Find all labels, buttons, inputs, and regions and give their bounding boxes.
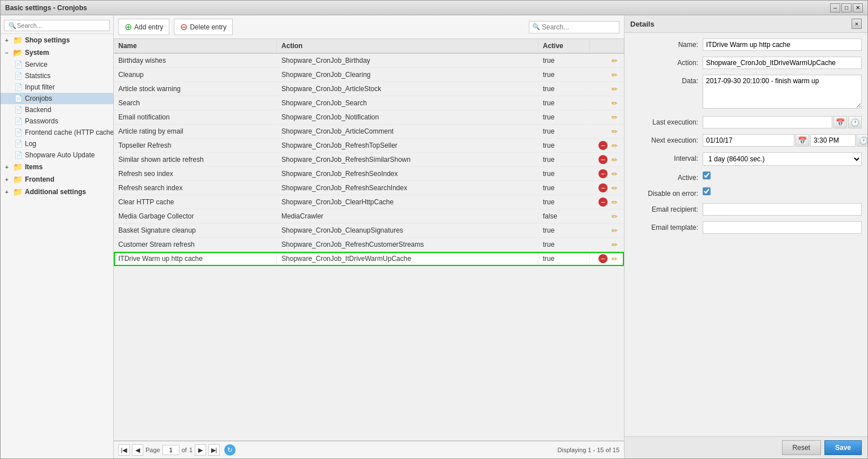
edit-row-button[interactable]: ✏ (610, 84, 619, 93)
sidebar-item-backend[interactable]: 📄 Backend (1, 104, 113, 115)
sidebar-item-log[interactable]: 📄 Log (1, 138, 113, 149)
action-input[interactable] (703, 57, 862, 69)
edit-row-button[interactable]: ✏ (610, 56, 619, 65)
edit-row-button[interactable]: ✏ (610, 254, 619, 263)
minimize-button[interactable]: – (830, 3, 840, 12)
sidebar-item-system[interactable]: – 📂 System (1, 46, 113, 59)
table-row[interactable]: CleanupShopware_CronJob_Clearingtrue✏ (114, 68, 624, 82)
remove-row-button[interactable]: – (598, 141, 608, 150)
add-entry-button[interactable]: ⊕ Add entry (118, 19, 169, 35)
sidebar-item-additional-settings[interactable]: + 📁 Additional settings (1, 186, 113, 198)
table-row[interactable]: ITDrive Warm up http cacheShopware_CronJ… (114, 252, 624, 266)
refresh-button[interactable]: ↻ (224, 444, 236, 456)
table-row[interactable]: Email notificationShopware_CronJob_Notif… (114, 110, 624, 125)
email-recipient-input[interactable] (703, 203, 862, 216)
table-row[interactable]: Article stock warningShopware_CronJob_Ar… (114, 82, 624, 96)
edit-row-button[interactable]: ✏ (610, 70, 619, 79)
sidebar-item-frontend-cache[interactable]: 📄 Frontend cache (HTTP cache) (1, 127, 113, 138)
prev-page-button[interactable]: ◀ (132, 444, 143, 456)
email-recipient-field (703, 203, 862, 216)
table-row[interactable]: SearchShopware_CronJob_Searchtrue✏ (114, 96, 624, 110)
file-icon-log: 📄 (14, 140, 23, 148)
delete-entry-button[interactable]: ⊖ Delete entry (174, 19, 233, 35)
sidebar-item-cronjobs[interactable]: 📄 Cronjobs (1, 93, 113, 104)
table-row[interactable]: Topseller RefreshShopware_CronJob_Refres… (114, 139, 624, 153)
disable-on-error-checkbox[interactable] (703, 187, 711, 195)
edit-row-button[interactable]: ✏ (610, 127, 619, 136)
table-row[interactable]: Similar shown article refreshShopware_Cr… (114, 153, 624, 167)
next-execution-calendar-button[interactable]: 📅 (796, 134, 809, 147)
remove-row-button[interactable]: – (598, 183, 608, 192)
next-page-button[interactable]: ▶ (195, 444, 206, 456)
table-row[interactable]: Birthday wishesShopware_CronJob_Birthday… (114, 53, 624, 68)
remove-row-button[interactable]: – (598, 254, 608, 263)
sidebar-item-statistics[interactable]: 📄 Statstics (1, 70, 113, 81)
cell-name: Similar shown article refresh (114, 153, 277, 167)
remove-row-button[interactable]: – (598, 155, 608, 164)
data-textarea[interactable]: 2017-09-30 20:10:00 - finish warm up (703, 75, 862, 109)
last-page-button[interactable]: ▶| (208, 444, 220, 456)
last-execution-clock-button[interactable]: 🕐 (848, 116, 862, 128)
name-input[interactable] (703, 38, 862, 51)
reset-button[interactable]: Reset (782, 440, 821, 455)
sidebar-label-additional-settings: Additional settings (25, 188, 86, 196)
sidebar-item-shop-settings[interactable]: + 📁 Shop settings (1, 34, 113, 46)
edit-row-button[interactable]: ✏ (610, 169, 619, 178)
sidebar-item-shopware-auto-update[interactable]: 📄 Shopware Auto Update (1, 149, 113, 161)
first-page-button[interactable]: |◀ (118, 444, 130, 456)
details-panel: Details × Name: Action: (624, 15, 867, 458)
sidebar-label-items: Items (25, 163, 42, 171)
page-input[interactable] (163, 445, 179, 455)
sidebar-search-input[interactable] (4, 20, 110, 31)
delete-icon: ⊖ (180, 22, 187, 32)
edit-row-button[interactable]: ✏ (610, 198, 619, 207)
sidebar-item-service[interactable]: 📄 Service (1, 59, 113, 70)
sidebar-search-wrapper: 🔍 (4, 20, 110, 31)
sidebar-item-passwords[interactable]: 📄 Passwords (1, 115, 113, 127)
table-row[interactable]: Refresh search indexShopware_CronJob_Ref… (114, 181, 624, 195)
interval-select[interactable]: 1 day (86400 sec.) (703, 152, 862, 166)
next-execution-date-input[interactable] (703, 134, 794, 147)
sidebar-label-frontend-cache: Frontend cache (HTTP cache) (25, 128, 114, 136)
edit-row-button[interactable]: ✏ (610, 212, 619, 221)
sidebar-item-items[interactable]: + 📁 Items (1, 161, 113, 173)
edit-row-button[interactable]: ✏ (610, 226, 619, 235)
next-execution-time-input[interactable] (810, 134, 856, 147)
cell-action: Shopware_CronJob_CleanupSignatures (277, 224, 538, 238)
edit-row-button[interactable]: ✏ (610, 240, 619, 249)
last-execution-input[interactable] (703, 116, 832, 128)
table-row[interactable]: Customer Stream refreshShopware_CronJob_… (114, 238, 624, 252)
edit-row-button[interactable]: ✏ (610, 155, 619, 164)
details-footer: Reset Save (625, 436, 867, 458)
maximize-button[interactable]: □ (841, 3, 852, 12)
close-button[interactable]: ✕ (853, 3, 863, 12)
table-row[interactable]: Refresh seo indexShopware_CronJob_Refres… (114, 167, 624, 181)
edit-row-button[interactable]: ✏ (610, 141, 619, 150)
edit-row-button[interactable]: ✏ (610, 183, 619, 192)
table-row[interactable]: Media Garbage CollectorMediaCrawlerfalse… (114, 209, 624, 224)
next-execution-clock-button[interactable]: 🕐 (857, 134, 867, 147)
col-actions (590, 39, 624, 53)
cell-action: Shopware_CronJob_Birthday (277, 53, 538, 68)
table-header-row: Name Action Active (114, 39, 624, 53)
remove-row-button[interactable]: – (598, 198, 608, 207)
cell-row-actions: ✏ (590, 125, 624, 139)
sidebar-item-frontend[interactable]: + 📁 Frontend (1, 173, 113, 186)
table-row[interactable]: Article rating by emailShopware_CronJob_… (114, 125, 624, 139)
remove-row-button[interactable]: – (598, 169, 608, 178)
save-button[interactable]: Save (824, 440, 862, 455)
sidebar-item-input-filter[interactable]: 📄 Input filter (1, 81, 113, 93)
table-row[interactable]: Basket Signature cleanupShopware_CronJob… (114, 224, 624, 238)
toolbar-search-input[interactable] (529, 21, 619, 33)
toolbar-search-icon: 🔍 (532, 23, 540, 31)
edit-row-button[interactable]: ✏ (610, 113, 619, 122)
active-checkbox[interactable] (703, 171, 711, 179)
email-template-input[interactable] (703, 221, 862, 234)
sidebar-label-system: System (25, 49, 49, 57)
cell-active: true (538, 252, 589, 266)
last-execution-calendar-button[interactable]: 📅 (833, 116, 847, 128)
sidebar-search-container: 🔍 (1, 18, 113, 34)
details-close-button[interactable]: × (852, 19, 862, 29)
edit-row-button[interactable]: ✏ (610, 98, 619, 108)
table-row[interactable]: Clear HTTP cacheShopware_CronJob_ClearHt… (114, 195, 624, 209)
